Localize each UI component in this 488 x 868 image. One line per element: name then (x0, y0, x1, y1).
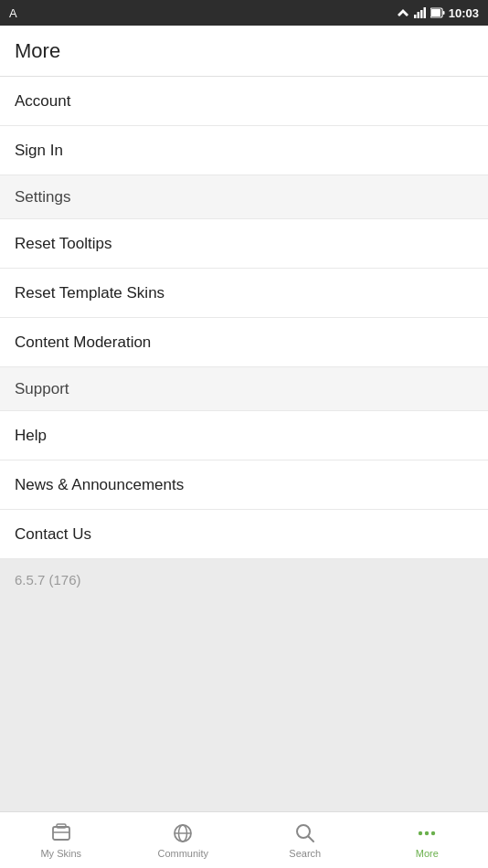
wifi-icon (396, 7, 410, 18)
svg-rect-7 (431, 9, 440, 16)
signal-icon (414, 7, 427, 18)
menu-item-sign-in[interactable]: Sign In (0, 126, 488, 175)
menu-item-help[interactable]: Help (0, 411, 488, 460)
nav-item-community[interactable]: Community (122, 812, 245, 868)
svg-point-18 (431, 831, 435, 835)
status-time: 10:03 (449, 6, 479, 20)
nav-item-my-skins[interactable]: My Skins (0, 812, 122, 868)
menu-item-news-announcements[interactable]: News & Announcements (0, 460, 488, 510)
version-text: 6.5.7 (176) (15, 572, 81, 587)
status-bar-left: A (9, 6, 17, 20)
app-icon: A (9, 6, 17, 20)
svg-marker-0 (398, 9, 408, 16)
more-label: More (416, 848, 439, 859)
page-header: More (0, 26, 488, 77)
status-bar-right: 10:03 (396, 6, 479, 20)
menu-item-account[interactable]: Account (0, 77, 488, 126)
search-label: Search (289, 848, 321, 859)
menu-item-reset-template-skins[interactable]: Reset Template Skins (0, 269, 488, 318)
bottom-nav: My Skins Community Search More (0, 811, 488, 868)
svg-rect-2 (417, 12, 419, 18)
menu-item-content-moderation[interactable]: Content Moderation (0, 318, 488, 367)
my-skins-icon (49, 821, 73, 845)
battery-icon (430, 7, 445, 18)
my-skins-label: My Skins (40, 848, 81, 859)
svg-line-15 (308, 837, 313, 842)
svg-rect-6 (442, 11, 444, 15)
menu-item-settings[interactable]: Settings (0, 175, 488, 219)
menu-list: Account Sign In Settings Reset Tooltips … (0, 77, 488, 559)
menu-item-contact-us[interactable]: Contact Us (0, 510, 488, 559)
more-icon (415, 821, 439, 845)
content-area: Account Sign In Settings Reset Tooltips … (0, 77, 488, 811)
menu-item-reset-tooltips[interactable]: Reset Tooltips (0, 219, 488, 269)
community-label: Community (157, 848, 208, 859)
community-icon (171, 821, 195, 845)
search-icon (293, 821, 317, 845)
svg-point-17 (425, 831, 429, 835)
menu-item-support[interactable]: Support (0, 367, 488, 411)
svg-rect-8 (53, 827, 69, 840)
version-area: 6.5.7 (176) (0, 559, 488, 811)
page-title: More (15, 39, 60, 63)
nav-item-search[interactable]: Search (244, 812, 366, 868)
svg-rect-9 (57, 824, 66, 828)
svg-rect-1 (414, 15, 417, 18)
nav-item-more[interactable]: More (366, 812, 489, 868)
svg-point-16 (419, 831, 422, 835)
status-bar: A 10:03 (0, 0, 488, 26)
svg-rect-3 (420, 10, 423, 18)
svg-rect-4 (423, 7, 426, 18)
